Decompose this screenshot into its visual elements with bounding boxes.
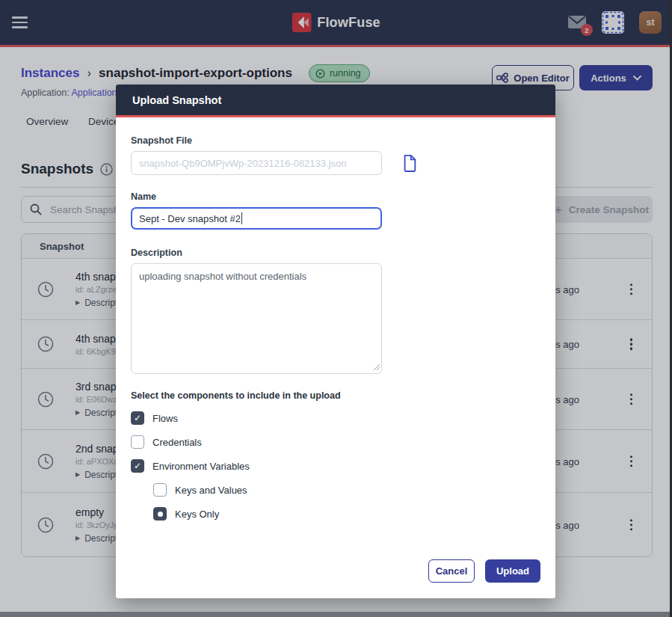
components-heading: Select the components to include in the … — [131, 390, 540, 401]
text-cursor — [241, 212, 242, 224]
description-wrap: uploading snapshot without credentials — [131, 263, 382, 374]
file-row — [131, 151, 540, 175]
keys-and-values-checkbox[interactable] — [153, 483, 167, 497]
snapshot-file-label: Snapshot File — [131, 135, 540, 146]
keys-only-label: Keys Only — [175, 509, 219, 520]
credentials-label: Credentials — [152, 437, 202, 448]
keys-and-values-label: Keys and Values — [175, 485, 247, 496]
upload-snapshot-modal: Upload Snapshot Snapshot File Name Sept … — [116, 85, 555, 598]
credentials-checkbox[interactable] — [131, 435, 144, 449]
flows-option[interactable]: ✓ Flows — [131, 410, 540, 426]
environment-variables-checkbox[interactable]: ✓ — [131, 459, 144, 473]
snapshot-file-input[interactable] — [131, 151, 382, 175]
environment-variables-label: Environment Variables — [152, 461, 250, 472]
keys-only-radio[interactable] — [153, 507, 167, 521]
flows-label: Flows — [152, 413, 178, 424]
window-bottom-edge — [0, 612, 672, 617]
keys-and-values-option[interactable]: Keys and Values — [153, 482, 540, 498]
modal-header: Upload Snapshot — [116, 85, 555, 117]
description-label: Description — [131, 248, 540, 258]
environment-variables-option[interactable]: ✓ Environment Variables — [131, 458, 540, 474]
file-icon[interactable] — [401, 154, 418, 172]
name-input[interactable]: Sept - Dev snapshot #2 — [131, 207, 382, 230]
modal-title: Upload Snapshot — [132, 94, 221, 106]
flows-checkbox[interactable]: ✓ — [131, 411, 144, 425]
modal-footer: Cancel Upload — [428, 559, 540, 583]
keys-only-option[interactable]: Keys Only — [153, 506, 540, 522]
name-value: Sept - Dev snapshot #2 — [139, 213, 241, 224]
description-textarea[interactable]: uploading snapshot without credentials — [131, 263, 382, 374]
upload-button[interactable]: Upload — [485, 559, 540, 583]
cancel-button[interactable]: Cancel — [428, 559, 475, 583]
app-window: FlowFuse 2 st — [0, 0, 672, 617]
name-label: Name — [131, 191, 540, 202]
modal-body: Snapshot File Name Sept - Dev snapshot #… — [116, 117, 555, 596]
credentials-option[interactable]: Credentials — [131, 434, 540, 450]
